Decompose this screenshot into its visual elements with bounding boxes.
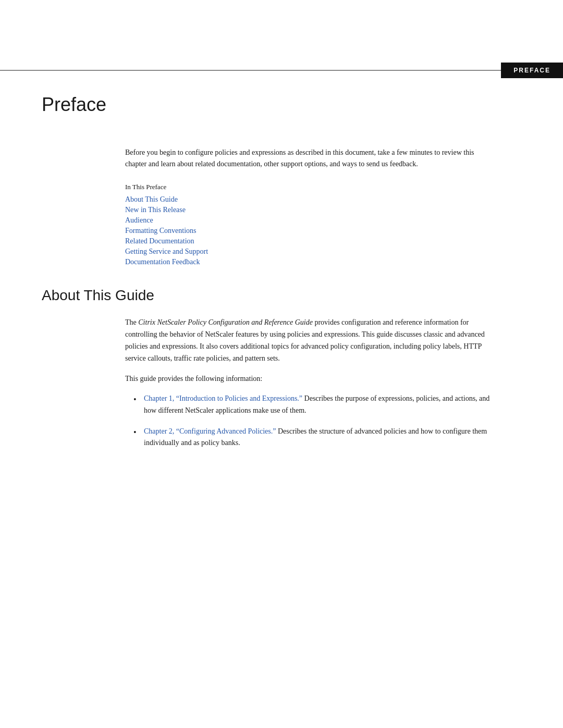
page-title: Preface (42, 94, 521, 116)
toc-link-audience[interactable]: Audience (125, 216, 153, 224)
toc-link-about[interactable]: About This Guide (125, 195, 178, 203)
toc-item-related[interactable]: Related Documentation (125, 237, 521, 245)
toc-link-related[interactable]: Related Documentation (125, 237, 194, 245)
bullet-list: Chapter 1, “Introduction to Policies and… (133, 393, 490, 449)
intro-body-text: Before you begin to configure policies a… (125, 147, 490, 170)
header-line (0, 70, 501, 71)
page-container: Preface Preface Before you begin to conf… (0, 0, 563, 728)
content-area: Preface Before you begin to configure po… (0, 94, 563, 490)
toc-link-feedback[interactable]: Documentation Feedback (125, 258, 200, 266)
toc-item-support[interactable]: Getting Service and Support (125, 248, 521, 256)
header-tab-label: Preface (513, 67, 550, 74)
chapter1-link[interactable]: Chapter 1, “Introduction to Policies and… (144, 394, 302, 402)
bullet-item-ch2: Chapter 2, “Configuring Advanced Policie… (133, 426, 490, 449)
toc-list: About This Guide New in This Release Aud… (125, 195, 521, 266)
toc-link-formatting[interactable]: Formatting Conventions (125, 227, 197, 235)
toc-item-audience[interactable]: Audience (125, 216, 521, 225)
toc-item-formatting[interactable]: Formatting Conventions (125, 227, 521, 235)
bullet-item-ch1: Chapter 1, “Introduction to Policies and… (133, 393, 490, 416)
book-title-italic: Citrix NetScaler Policy Configuration an… (138, 318, 313, 326)
about-section-title: About This Guide (42, 287, 521, 304)
header-tab: Preface (501, 63, 563, 78)
about-body-paragraph-2: This guide provides the following inform… (125, 373, 490, 385)
about-body-paragraph-1: The Citrix NetScaler Policy Configuratio… (125, 316, 490, 364)
toc-item-new[interactable]: New in This Release (125, 206, 521, 214)
chapter2-link[interactable]: Chapter 2, “Configuring Advanced Policie… (144, 427, 276, 435)
in-this-label: In This Preface (125, 183, 490, 191)
toc-item-feedback[interactable]: Documentation Feedback (125, 258, 521, 266)
toc-link-new[interactable]: New in This Release (125, 206, 186, 214)
toc-item-about[interactable]: About This Guide (125, 195, 521, 204)
toc-link-support[interactable]: Getting Service and Support (125, 248, 208, 255)
header-bar: Preface (0, 63, 563, 78)
